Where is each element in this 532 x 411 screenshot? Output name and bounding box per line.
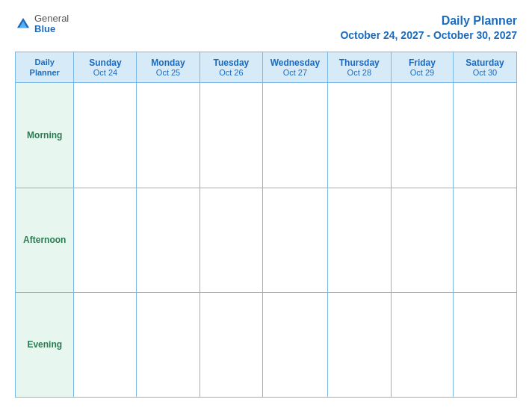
evening-friday[interactable] [391, 292, 453, 397]
evening-monday[interactable] [137, 292, 200, 397]
planner-table: Daily Planner Sunday Oct 24 Monday Oct 2… [15, 52, 517, 398]
evening-wednesday[interactable] [263, 292, 328, 397]
logo-general-label: General [34, 13, 69, 24]
morning-wednesday[interactable] [263, 83, 328, 188]
planner-title: Daily Planner [340, 13, 517, 29]
header-daily-planner: Daily Planner [16, 52, 74, 83]
header-saturday: Saturday Oct 30 [454, 52, 517, 83]
header-sunday: Sunday Oct 24 [74, 52, 137, 83]
planner-date-range: October 24, 2027 - October 30, 2027 [340, 29, 517, 41]
header-monday: Monday Oct 25 [137, 52, 200, 83]
afternoon-wednesday[interactable] [263, 188, 328, 292]
header: General Blue Daily Planner October 24, 2… [15, 13, 517, 41]
evening-sunday[interactable] [74, 292, 137, 397]
afternoon-thursday[interactable] [327, 188, 391, 292]
evening-tuesday[interactable] [200, 292, 262, 397]
header-thursday: Thursday Oct 28 [327, 52, 391, 83]
evening-thursday[interactable] [327, 292, 391, 397]
header-wednesday: Wednesday Oct 27 [263, 52, 328, 83]
morning-monday[interactable] [137, 83, 200, 188]
evening-saturday[interactable] [454, 292, 517, 397]
afternoon-tuesday[interactable] [200, 188, 262, 292]
table-row-afternoon: Afternoon [16, 188, 517, 292]
logo-area: General Blue [15, 13, 69, 35]
row-label-morning: Morning [16, 83, 74, 188]
header-tuesday: Tuesday Oct 26 [200, 52, 262, 83]
row-label-evening: Evening [16, 292, 74, 397]
morning-saturday[interactable] [454, 83, 517, 188]
morning-thursday[interactable] [327, 83, 391, 188]
afternoon-monday[interactable] [137, 188, 200, 292]
afternoon-friday[interactable] [391, 188, 453, 292]
morning-sunday[interactable] [74, 83, 137, 188]
logo-blue-label: Blue [34, 24, 69, 34]
logo-text: General Blue [34, 13, 69, 35]
table-row-morning: Morning [16, 83, 517, 188]
title-area: Daily Planner October 24, 2027 - October… [340, 13, 517, 41]
morning-friday[interactable] [391, 83, 453, 188]
row-label-afternoon: Afternoon [16, 188, 74, 292]
generalblue-icon [15, 16, 31, 32]
header-friday: Friday Oct 29 [391, 52, 453, 83]
afternoon-saturday[interactable] [454, 188, 517, 292]
morning-tuesday[interactable] [200, 83, 262, 188]
table-row-evening: Evening [16, 292, 517, 397]
afternoon-sunday[interactable] [74, 188, 137, 292]
table-header-row: Daily Planner Sunday Oct 24 Monday Oct 2… [16, 52, 517, 83]
